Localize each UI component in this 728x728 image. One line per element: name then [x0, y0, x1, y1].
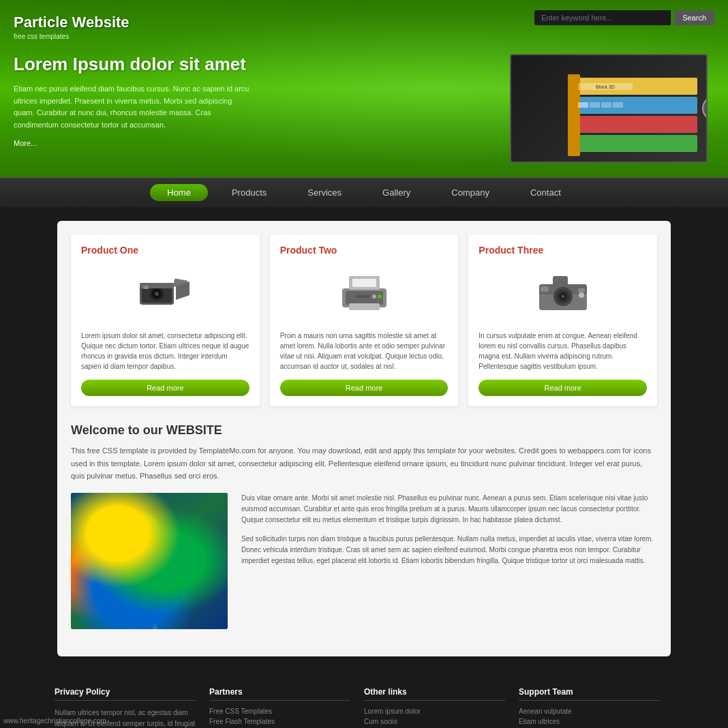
nav-item-products[interactable]: Products — [211, 178, 287, 208]
welcome-text: Duis vitae ornare ante. Morbi sit amet m… — [241, 493, 657, 629]
nav-item-services[interactable]: Services — [287, 178, 362, 208]
nav-item-company[interactable]: Company — [431, 178, 510, 208]
svg-point-25 — [378, 294, 382, 299]
footer-support-link-2[interactable]: Etiam ultrices — [519, 718, 660, 725]
main-content: Product One Lorem ipsum — [0, 207, 728, 670]
footer-col-support: Support Team Aenean vulputate Etiam ultr… — [519, 687, 673, 728]
welcome-cols: Duis vitae ornare ante. Morbi sit amet m… — [71, 493, 657, 629]
product-three-image — [479, 262, 647, 324]
product-three-title: Product Three — [479, 245, 647, 256]
product-one-read-more[interactable]: Read more — [81, 380, 249, 396]
svg-rect-35 — [541, 286, 549, 292]
welcome-para2: Sed sollicitudin turpis non diam tristiq… — [241, 534, 657, 566]
footer-col-other-links: Other links Lorem ipsum dolor Cum sociis… — [364, 687, 519, 728]
parrot-graphic — [71, 493, 228, 629]
svg-point-43 — [148, 535, 153, 541]
search-button[interactable]: Search — [674, 10, 714, 25]
svg-point-39 — [102, 530, 177, 619]
svg-point-41 — [130, 530, 160, 554]
blocks-3d-graphic: Block 3D — [520, 61, 697, 156]
svg-rect-2 — [575, 116, 697, 133]
svg-rect-27 — [356, 295, 369, 298]
welcome-section: Welcome to our WEBSITE This free CSS tem… — [71, 423, 657, 629]
header: Particle Website free css templates Sear… — [0, 0, 728, 177]
svg-rect-18 — [143, 286, 149, 289]
search-input[interactable] — [534, 10, 671, 25]
footer-partners-title: Partners — [209, 687, 350, 701]
hero-text: Lorem Ipsum dolor sit amet Etiam nec pur… — [14, 54, 489, 161]
footer-columns: Privacy Policy Nullam ultrices tempor ni… — [55, 687, 673, 728]
svg-point-46 — [119, 571, 160, 605]
svg-rect-23 — [352, 279, 376, 287]
product-three-read-more[interactable]: Read more — [479, 380, 647, 396]
footer: Privacy Policy Nullam ultrices tempor ni… — [0, 670, 728, 728]
footer-privacy-title: Privacy Policy — [55, 687, 196, 701]
product-one-image — [81, 262, 249, 324]
nav-item-home[interactable]: Home — [150, 184, 208, 201]
svg-rect-38 — [71, 493, 228, 629]
svg-rect-7 — [578, 102, 588, 108]
welcome-title: Welcome to our WEBSITE — [71, 423, 657, 438]
svg-point-15 — [155, 292, 159, 296]
product-card-two: Product Two Proin a mauris non urna s — [270, 234, 459, 406]
product-card-one: Product One Lorem ipsum — [71, 234, 260, 406]
footer-other-link-1[interactable]: Lorem ipsum dolor — [364, 708, 505, 715]
footer-support-title: Support Team — [519, 687, 660, 701]
svg-rect-30 — [553, 276, 568, 286]
footer-support-link-1[interactable]: Aenean vulputate — [519, 708, 660, 715]
nav-item-contact[interactable]: Contact — [510, 178, 581, 208]
products-row: Product One Lorem ipsum — [71, 234, 657, 406]
hero-description: Etiam nec purus eleifend diam faucibus c… — [14, 83, 252, 131]
product-one-desc: Lorem ipsum dolor sit amet, consectetur … — [81, 331, 249, 371]
svg-rect-9 — [601, 102, 611, 108]
main-inner: Product One Lorem ipsum — [57, 221, 671, 656]
footer-other-links-title: Other links — [364, 687, 505, 701]
product-card-three: Product Three — [468, 234, 657, 406]
svg-point-40 — [115, 513, 163, 561]
search-bar: Search — [534, 10, 714, 25]
hero-image-box: Block 3D — [510, 54, 708, 163]
printer-icon — [335, 269, 393, 317]
product-two-desc: Proin a mauris non urna sagittis molesti… — [280, 331, 449, 371]
svg-point-44 — [73, 543, 136, 621]
logo-area: Particle Website free css templates — [14, 7, 130, 40]
svg-point-45 — [151, 545, 196, 611]
svg-text:Block 3D: Block 3D — [596, 85, 615, 89]
svg-point-26 — [372, 294, 376, 299]
svg-point-37 — [579, 292, 584, 298]
nav-items: Home Products Services Gallery Company C… — [147, 178, 581, 208]
welcome-intro: This free CSS template is provided by Te… — [71, 444, 657, 483]
svg-point-34 — [562, 295, 564, 298]
hero-title: Lorem Ipsum dolor sit amet — [14, 54, 489, 75]
svg-rect-8 — [590, 102, 600, 108]
product-two-image — [280, 262, 449, 324]
welcome-para1: Duis vitae ornare ante. Morbi sit amet m… — [241, 493, 657, 526]
product-two-title: Product Two — [280, 245, 449, 256]
product-one-title: Product One — [81, 245, 249, 256]
dslr-camera-icon — [534, 269, 592, 317]
hero-image-area: Block 3D — [510, 54, 714, 163]
logo-subtitle: free css templates — [14, 33, 130, 40]
svg-rect-24 — [349, 303, 380, 310]
footer-col-partners: Partners Free CSS Templates Free Flash T… — [209, 687, 364, 728]
svg-rect-10 — [613, 102, 623, 108]
logo-title: Particle Website — [14, 14, 130, 31]
hero-more-link[interactable]: More... — [14, 139, 37, 147]
watermark: www.heritagechristiancollege.com — [3, 717, 106, 725]
svg-rect-3 — [575, 135, 697, 152]
svg-rect-36 — [578, 288, 585, 292]
camcorder-icon — [136, 269, 194, 317]
parrot-image — [71, 493, 228, 629]
product-two-read-more[interactable]: Read more — [280, 380, 449, 396]
product-three-desc: In cursus vulputate enim at congue. Aene… — [479, 331, 647, 371]
footer-other-link-2[interactable]: Cum sociis — [364, 718, 505, 725]
footer-partner-link-2[interactable]: Free Flash Templates — [209, 718, 350, 725]
svg-point-42 — [145, 534, 153, 542]
nav-item-gallery[interactable]: Gallery — [362, 178, 431, 208]
navigation: Home Products Services Gallery Company C… — [0, 177, 728, 207]
play-button[interactable] — [702, 96, 708, 121]
footer-partner-link-1[interactable]: Free CSS Templates — [209, 708, 350, 715]
